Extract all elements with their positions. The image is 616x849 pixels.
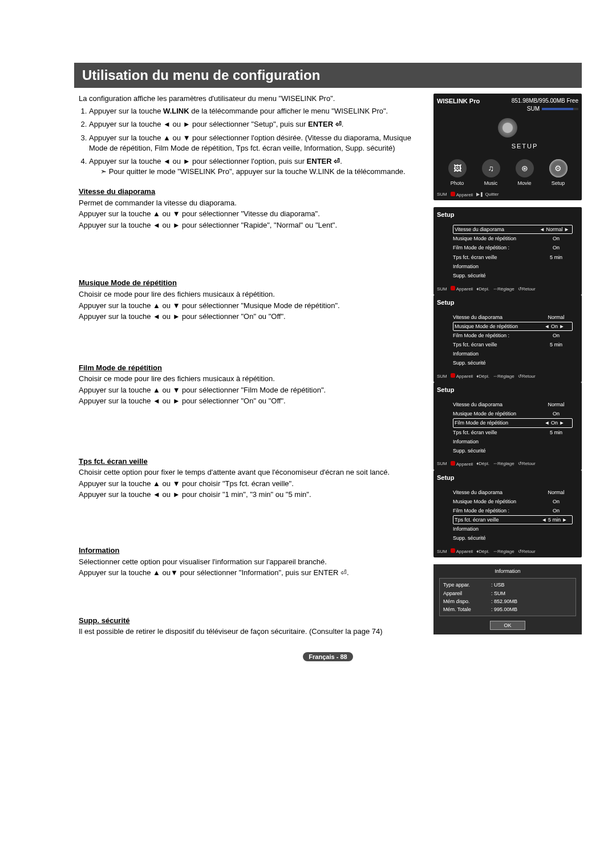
setup-label: SETUP <box>471 142 578 151</box>
setup-row[interactable]: Musique Mode de répétitionOn <box>453 322 573 331</box>
setup-row[interactable]: Information <box>453 524 573 533</box>
setup-row[interactable]: Musique Mode de répétitionOn <box>453 497 573 506</box>
wiselink-free: 851.98MB/995.00MB Free <box>512 98 578 104</box>
setup-row[interactable]: Information <box>453 349 573 358</box>
page-title: Utilisation du menu de configuration <box>74 63 582 88</box>
steps-list: Appuyer sur la touche W.LINK de la téléc… <box>89 106 422 176</box>
setup-row[interactable]: Film Mode de répétitionOn <box>453 418 573 427</box>
step-4: Appuyer sur la touche ◄ ou ► pour sélect… <box>89 156 422 176</box>
wiselink-brand: WISELINK Pro <box>437 98 480 104</box>
setup-row[interactable]: Vitesse du diaporamaNormal <box>453 400 573 409</box>
storage-meter <box>542 108 578 110</box>
setup-footer: SUMAppareil♦Dépl.↔Réglage↺Retour <box>437 373 578 380</box>
setup-panel: SetupVitesse du diaporamaNormalMusique M… <box>433 382 582 470</box>
setup-panel-title: Setup <box>437 386 578 394</box>
setup-panel-title: Setup <box>437 474 578 482</box>
setup-footer: SUMAppareil♦Dépl.↔Réglage↺Retour <box>437 548 578 555</box>
setup-row[interactable]: Musique Mode de répétitionOn <box>453 234 573 243</box>
wiselink-panel: WISELINK Pro 851.98MB/995.00MB Free SUM … <box>433 94 582 200</box>
main-text: La configuration affiche les paramètres … <box>74 94 422 637</box>
setup-row[interactable]: Information <box>453 262 573 271</box>
setup-row[interactable]: Vitesse du diaporamaNormal <box>453 488 573 497</box>
hub-setup[interactable]: ⚙Setup <box>545 159 572 187</box>
setup-row[interactable]: Film Mode de répétition :On <box>453 506 573 515</box>
ok-button[interactable]: OK <box>490 621 525 630</box>
section-heading-film: Film Mode de répétition <box>79 363 422 373</box>
setup-panel: SetupVitesse du diaporamaNormalMusique M… <box>433 295 582 382</box>
setup-row[interactable]: Supp. sécurité <box>453 271 573 280</box>
setup-panel: SetupVitesse du diaporamaNormalMusique M… <box>433 470 582 557</box>
setup-footer: SUMAppareil♦Dépl.↔Réglage↺Retour <box>437 461 578 468</box>
section-heading-supp: Supp. sécurité <box>79 616 422 626</box>
setup-row[interactable]: Film Mode de répétition :On <box>453 243 573 252</box>
setup-row[interactable]: Vitesse du diaporamaNormal <box>453 313 573 322</box>
information-panel: Information Type appar.: USB Appareil: S… <box>433 564 582 634</box>
setup-row[interactable]: Tps fct. écran veille5 min <box>453 340 573 349</box>
page-number: Français - 88 <box>74 652 582 662</box>
setup-row[interactable]: Supp. sécurité <box>453 446 573 455</box>
step-2: Appuyer sur la touche ◄ ou ► pour sélect… <box>89 119 422 130</box>
hub-photo[interactable]: 🖼Photo <box>444 159 471 187</box>
setup-row[interactable]: Supp. sécurité <box>453 358 573 367</box>
step-3: Appuyer sur la touche ▲ ou ▼ pour sélect… <box>89 133 422 153</box>
setup-row[interactable]: Tps fct. écran veille5 min <box>453 515 573 524</box>
setup-footer: SUMAppareil♦Dépl.↔Réglage↺Retour <box>437 286 578 293</box>
hub-movie[interactable]: ⊛Movie <box>512 159 538 187</box>
setup-row[interactable]: Musique Mode de répétitionOn <box>453 409 573 418</box>
gear-icon <box>498 118 517 138</box>
setup-panel: SetupVitesse du diaporamaNormalMusique M… <box>433 207 582 294</box>
step-1: Appuyer sur la touche W.LINK de la téléc… <box>89 106 422 116</box>
setup-panel-title: Setup <box>437 298 578 307</box>
music-icon: ♫ <box>482 159 500 177</box>
info-title: Information <box>439 568 576 575</box>
setup-row[interactable]: Supp. sécurité <box>453 533 573 543</box>
setup-row[interactable]: Film Mode de répétition :On <box>453 331 573 340</box>
setup-icon: ⚙ <box>549 159 568 177</box>
movie-icon: ⊛ <box>516 159 534 177</box>
section-heading-vitesse: Vitesse du diaporama <box>79 187 422 197</box>
section-heading-musique: Musique Mode de répétition <box>79 278 422 288</box>
red-button-icon <box>451 192 455 196</box>
section-heading-info: Information <box>79 545 422 556</box>
setup-panel-title: Setup <box>437 211 578 219</box>
setup-row[interactable]: Tps fct. écran veille5 min <box>453 253 573 262</box>
setup-row[interactable]: Vitesse du diaporamaNormal <box>453 225 573 234</box>
photo-icon: 🖼 <box>448 159 467 177</box>
setup-row[interactable]: Information <box>453 437 573 446</box>
hub-music[interactable]: ♫Music <box>478 159 504 187</box>
section-heading-tps: Tps fct. écran veille <box>79 456 422 467</box>
setup-row[interactable]: Tps fct. écran veille5 min <box>453 428 573 437</box>
intro-text: La configuration affiche les paramètres … <box>79 94 422 104</box>
